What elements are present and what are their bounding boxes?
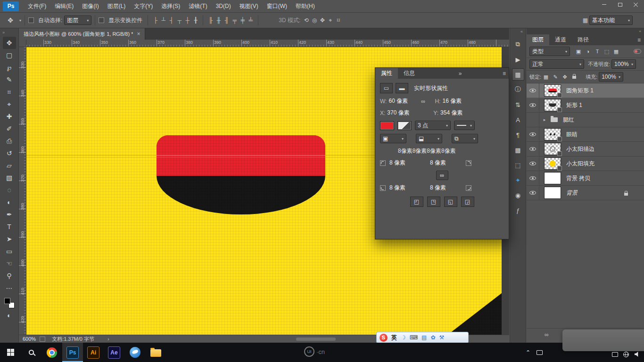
layer-thumbnail[interactable]: [544, 143, 561, 155]
info-panel-icon[interactable]: ⓘ: [512, 83, 524, 96]
corner-button-bl[interactable]: ◱: [444, 197, 457, 207]
3d-scale-icon[interactable]: ⌑: [334, 17, 342, 24]
rectangle-tool[interactable]: ▭: [3, 245, 16, 257]
corner-br-icon[interactable]: [466, 185, 471, 191]
align-hcenter-icon[interactable]: ┴: [159, 17, 167, 24]
move-tool[interactable]: ✥: [3, 37, 16, 49]
opacity-dropdown[interactable]: 100% ▾: [611, 59, 636, 69]
menu-edit[interactable]: 编辑(E): [50, 0, 78, 13]
visibility-cell[interactable]: [527, 127, 539, 141]
filter-adjustment-icon[interactable]: ◑: [583, 49, 593, 54]
tool-preset-caret[interactable]: ▾: [19, 18, 21, 23]
close-button[interactable]: [628, 0, 644, 9]
align-vcenter-icon[interactable]: ┼: [183, 17, 191, 24]
menu-image[interactable]: 图像(I): [78, 0, 103, 13]
3d-slide-icon[interactable]: ⌖: [326, 17, 334, 24]
align-top-icon[interactable]: ┬: [175, 17, 183, 24]
filter-toggle[interactable]: [634, 49, 641, 54]
layer-row-sun-stroke[interactable]: 小太阳描边: [527, 142, 644, 156]
layer-row-rect[interactable]: 矩形 1: [527, 98, 644, 113]
stroke-corners-dropdown[interactable]: ⧉ ▾: [452, 134, 478, 143]
link-layers-icon[interactable]: ∞: [545, 331, 549, 338]
fill-dropdown[interactable]: 100% ▾: [599, 72, 623, 82]
crop-tool[interactable]: ⌗: [3, 86, 16, 98]
lock-all-icon[interactable]: [570, 74, 579, 80]
layer-name[interactable]: 小太阳描边: [566, 145, 594, 153]
chrome-button[interactable]: [41, 343, 62, 362]
dist-right-icon[interactable]: ╢: [223, 17, 231, 24]
tab-close-icon[interactable]: ×: [137, 31, 140, 37]
layer-row-background[interactable]: 背景: [527, 186, 644, 200]
layer-thumbnail[interactable]: [544, 128, 561, 140]
visibility-cell[interactable]: [527, 171, 539, 185]
dodge-tool[interactable]: ◐: [3, 196, 16, 208]
w-value[interactable]: 60 像素: [388, 97, 416, 105]
volume-icon[interactable]: [632, 352, 643, 357]
glyphs-panel-icon[interactable]: ƒ: [512, 204, 524, 216]
adjustments-panel-icon[interactable]: ⇅: [512, 99, 524, 111]
touch-keyboard-icon[interactable]: [534, 350, 545, 355]
document-tab[interactable]: 描边风格小图标 @ 600% (圆角矩形 1, RGB/8) * ×: [19, 28, 145, 40]
pen-tool[interactable]: ✒: [3, 208, 16, 221]
layer-name[interactable]: 背景: [566, 189, 578, 197]
3d-drag-icon[interactable]: ✥: [318, 17, 326, 24]
stroke-align-dropdown[interactable]: ▣ ▾: [380, 134, 406, 143]
dock-collapse-icon[interactable]: «: [510, 28, 526, 37]
layer-row-bg-copy[interactable]: 背景 拷贝: [527, 171, 644, 186]
hand-tool[interactable]: ☜: [3, 257, 16, 270]
history-brush-tool[interactable]: ↺: [3, 147, 16, 159]
menu-help[interactable]: 帮助(H): [291, 0, 319, 13]
radius-tr-value[interactable]: 8 像素: [430, 159, 460, 167]
visibility-cell[interactable]: [527, 83, 539, 98]
type-tool[interactable]: T: [3, 221, 16, 233]
filter-smartobj-icon[interactable]: ▦: [611, 49, 621, 55]
visibility-cell[interactable]: [527, 98, 539, 112]
path-selection-tool[interactable]: ➤: [3, 233, 16, 245]
stroke-caps-dropdown[interactable]: ⬓ ▾: [416, 134, 442, 143]
radius-tl-value[interactable]: 8 像素: [389, 159, 430, 167]
layer-name[interactable]: 矩形 1: [566, 101, 582, 109]
x-value[interactable]: 370 像素: [387, 109, 414, 117]
layer-thumbnail[interactable]: [544, 157, 561, 170]
status-chevron-icon[interactable]: ›: [107, 336, 109, 342]
menu-file[interactable]: 文件(F): [24, 0, 50, 13]
dist-hcenter-icon[interactable]: ╫: [215, 17, 223, 24]
link-wh-icon[interactable]: ∞: [416, 98, 430, 105]
actions-panel-icon[interactable]: ▶: [512, 53, 524, 66]
layer-thumbnail[interactable]: [544, 172, 561, 184]
clipboard-icon[interactable]: ▤: [421, 334, 427, 341]
menu-filter[interactable]: 滤镜(T): [184, 0, 211, 13]
hidden-icons-chevron[interactable]: ⌃: [522, 349, 534, 356]
horizontal-scrollbar[interactable]: [296, 337, 336, 341]
lasso-tool[interactable]: ℘: [3, 61, 16, 74]
character-panel-icon[interactable]: A: [512, 114, 524, 126]
align-bottom-icon[interactable]: ╂: [191, 17, 199, 24]
quick-mask-icon[interactable]: ◐: [3, 309, 16, 321]
visibility-cell[interactable]: [527, 113, 539, 127]
auto-select-checkbox[interactable]: [28, 17, 34, 23]
photoshop-button[interactable]: Ps: [62, 343, 83, 362]
menu-layer[interactable]: 图层(L): [103, 0, 130, 13]
align-right-icon[interactable]: ┤: [167, 17, 175, 24]
stroke-style-dropdown[interactable]: ▾: [454, 121, 475, 130]
dist-top-icon[interactable]: ╤: [231, 17, 239, 24]
paragraph-panel-icon[interactable]: ¶: [512, 129, 524, 141]
auto-select-dropdown[interactable]: 图层 ▾: [64, 16, 91, 25]
workspace-grid-icon[interactable]: ▦: [581, 17, 589, 24]
file-explorer-button[interactable]: [145, 343, 166, 362]
stock-panel-icon[interactable]: ◉: [512, 189, 524, 201]
panel-menu-icon[interactable]: ≡: [500, 70, 509, 77]
layer-name[interactable]: 圆角矩形 1: [566, 87, 594, 95]
tab-info[interactable]: 信息: [398, 68, 421, 79]
swatches-panel-icon[interactable]: ▩: [512, 144, 524, 156]
sogou-logo-icon[interactable]: S: [380, 334, 388, 342]
corner-bl-icon[interactable]: [380, 185, 386, 191]
soft-keyboard-icon[interactable]: ⌨: [410, 334, 418, 341]
corner-button-tr[interactable]: ◳: [427, 197, 440, 207]
brush-tool[interactable]: ✐: [3, 123, 16, 135]
display-icon[interactable]: [609, 352, 620, 357]
foreground-color-swatch[interactable]: [4, 298, 10, 304]
workspace-dropdown[interactable]: 基本功能 ▾: [589, 16, 633, 25]
messenger-button[interactable]: [124, 343, 145, 362]
dist-bottom-icon[interactable]: ╧: [247, 17, 255, 24]
